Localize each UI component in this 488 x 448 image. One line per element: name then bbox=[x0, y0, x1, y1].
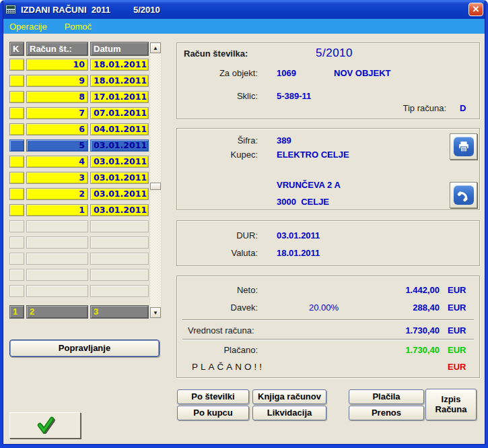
dates-panel: DUR: 03.01.2011 Valuta: 18.01.2011 bbox=[176, 220, 480, 266]
invoice-number-cell[interactable]: 3 bbox=[26, 172, 88, 184]
k-cell[interactable] bbox=[9, 91, 24, 103]
k-cell[interactable] bbox=[9, 172, 24, 184]
k-cell[interactable] bbox=[9, 220, 24, 232]
table-header-row: K Račun št.: Datum bbox=[9, 42, 149, 56]
scroll-down-icon[interactable]: ▼ bbox=[150, 307, 161, 318]
date-cell[interactable] bbox=[90, 220, 149, 232]
placila-button[interactable]: Plačila bbox=[349, 389, 424, 404]
scroll-up-icon[interactable]: ▲ bbox=[150, 42, 161, 53]
header-racun[interactable]: Račun št.: bbox=[26, 42, 88, 56]
divider bbox=[182, 339, 474, 340]
menu-operacije[interactable]: Operacije bbox=[9, 22, 47, 32]
davek-label: Davek: bbox=[182, 302, 258, 313]
date-cell[interactable]: 03.01.2011 bbox=[90, 139, 149, 152]
app-window: IZDANI RAČUNI 2011 5/2010 ✕ Operacije Po… bbox=[0, 0, 488, 448]
table-row[interactable]: 103.01.2011 bbox=[9, 204, 149, 216]
knjiga-racunov-button[interactable]: Knjiga računov bbox=[252, 389, 326, 404]
table-row[interactable]: 707.01.2011 bbox=[9, 107, 149, 119]
table-row-empty[interactable] bbox=[9, 285, 149, 297]
date-cell[interactable]: 07.01.2011 bbox=[90, 107, 149, 119]
invoice-number-cell[interactable] bbox=[26, 253, 88, 265]
invoice-number-cell[interactable]: 9 bbox=[26, 75, 88, 87]
date-cell[interactable] bbox=[90, 253, 149, 265]
k-cell[interactable] bbox=[9, 156, 24, 168]
date-cell[interactable]: 03.01.2011 bbox=[90, 156, 149, 168]
table-row[interactable]: 503.01.2011 bbox=[9, 139, 149, 152]
k-cell[interactable] bbox=[9, 188, 24, 200]
invoice-type-value: D bbox=[460, 103, 466, 113]
invoice-number-cell[interactable]: 1 bbox=[26, 204, 88, 216]
k-cell[interactable] bbox=[9, 269, 24, 281]
reference-value: 5-389-11 bbox=[277, 91, 311, 101]
date-cell[interactable]: 18.01.2011 bbox=[90, 75, 149, 87]
footer-col-2: 2 bbox=[26, 305, 88, 319]
davek-currency: EUR bbox=[448, 302, 477, 313]
table-row-empty[interactable] bbox=[9, 236, 149, 249]
date-cell[interactable]: 03.01.2011 bbox=[90, 204, 149, 216]
k-cell[interactable] bbox=[9, 107, 24, 119]
dur-value: 03.01.2011 bbox=[277, 230, 320, 241]
invoice-number-cell[interactable]: 7 bbox=[26, 107, 88, 119]
invoice-number-cell[interactable]: 5 bbox=[26, 139, 88, 152]
k-cell[interactable] bbox=[9, 75, 24, 87]
po-kupcu-button[interactable]: Po kupcu bbox=[177, 406, 249, 420]
invoice-number-cell[interactable] bbox=[26, 220, 88, 232]
k-cell[interactable] bbox=[9, 204, 24, 216]
table-row[interactable]: 303.01.2011 bbox=[9, 172, 149, 184]
table-row[interactable]: 1018.01.2011 bbox=[9, 59, 149, 71]
grid-body: 1018.01.2011918.01.2011817.01.2011707.01… bbox=[9, 59, 149, 297]
object-name-value: NOV OBJEKT bbox=[334, 68, 391, 78]
k-cell[interactable] bbox=[9, 139, 24, 152]
invoice-number-cell[interactable]: 6 bbox=[26, 123, 88, 135]
invoice-number-cell[interactable]: 8 bbox=[26, 91, 88, 103]
close-button[interactable]: ✕ bbox=[468, 3, 483, 16]
table-row[interactable]: 817.01.2011 bbox=[9, 91, 149, 103]
date-cell[interactable]: 18.01.2011 bbox=[90, 59, 149, 71]
date-cell[interactable]: 04.01.2011 bbox=[90, 123, 149, 135]
table-row-empty[interactable] bbox=[9, 253, 149, 265]
invoice-number-cell[interactable] bbox=[26, 236, 88, 249]
scrollbar-thumb[interactable] bbox=[150, 183, 161, 190]
k-cell[interactable] bbox=[9, 59, 24, 71]
confirm-exit-button[interactable] bbox=[9, 412, 81, 439]
k-cell[interactable] bbox=[9, 236, 24, 249]
table-row-empty[interactable] bbox=[9, 269, 149, 281]
print-button[interactable] bbox=[450, 133, 477, 160]
date-cell[interactable]: 03.01.2011 bbox=[90, 172, 149, 184]
header-k[interactable]: K bbox=[9, 42, 24, 56]
phone-button[interactable] bbox=[450, 182, 477, 208]
window-title: IZDANI RAČUNI 2011 bbox=[21, 5, 110, 15]
k-cell[interactable] bbox=[9, 285, 24, 297]
customer-address-value: VRUNČEVA 2 A bbox=[277, 180, 341, 190]
date-cell[interactable] bbox=[90, 236, 149, 249]
likvidacija-button[interactable]: Likvidacija bbox=[252, 406, 326, 420]
po-stevilki-button[interactable]: Po številki bbox=[177, 389, 249, 404]
invoice-number-cell[interactable]: 10 bbox=[26, 59, 88, 71]
izpis-racuna-button[interactable]: Izpis Računa bbox=[425, 389, 477, 420]
table-row[interactable]: 918.01.2011 bbox=[9, 75, 149, 87]
date-cell[interactable]: 03.01.2011 bbox=[90, 188, 149, 200]
customer-name-label: Kupec: bbox=[182, 150, 258, 160]
date-cell[interactable] bbox=[90, 269, 149, 281]
header-datum[interactable]: Datum bbox=[90, 42, 149, 56]
date-cell[interactable] bbox=[90, 285, 149, 297]
popravljanje-button[interactable]: Popravljanje bbox=[9, 340, 160, 357]
table-row[interactable]: 203.01.2011 bbox=[9, 188, 149, 200]
invoice-number-cell[interactable] bbox=[26, 269, 88, 281]
object-code-value: 1069 bbox=[277, 68, 296, 78]
table-row-empty[interactable] bbox=[9, 220, 149, 232]
invoice-number-cell[interactable]: 4 bbox=[26, 156, 88, 168]
table-row[interactable]: 604.01.2011 bbox=[9, 123, 149, 135]
invoice-number-cell[interactable]: 2 bbox=[26, 188, 88, 200]
invoice-number-cell[interactable] bbox=[26, 285, 88, 297]
table-scrollbar[interactable]: ▲ ▼ bbox=[149, 42, 162, 319]
k-cell[interactable] bbox=[9, 253, 24, 265]
prenos-button[interactable]: Prenos bbox=[349, 406, 424, 420]
table-row[interactable]: 403.01.2011 bbox=[9, 156, 149, 168]
date-cell[interactable]: 17.01.2011 bbox=[90, 91, 149, 103]
invoice-header-panel: Račun številka: 5/2010 Za objekt: 1069 N… bbox=[176, 42, 480, 119]
k-cell[interactable] bbox=[9, 123, 24, 135]
menu-pomoc[interactable]: Pomoč bbox=[65, 22, 92, 32]
footer-col-3: 3 bbox=[90, 305, 149, 319]
customer-code-value: 389 bbox=[277, 135, 291, 146]
